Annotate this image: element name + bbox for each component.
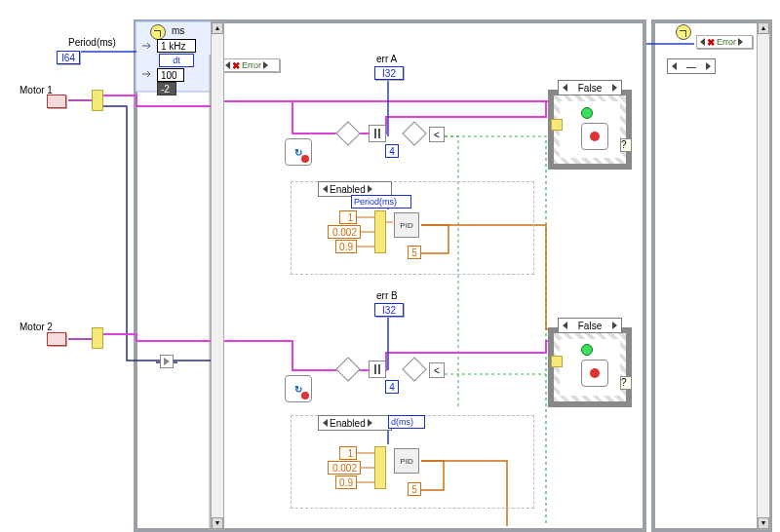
- right-scroll-down-icon[interactable]: ▾: [758, 517, 769, 529]
- prev-case-icon[interactable]: [225, 61, 230, 69]
- period-label: Period(ms): [68, 37, 116, 48]
- pause-node-b[interactable]: [369, 361, 386, 378]
- case-b-prev-icon[interactable]: [563, 322, 567, 329]
- motor1-control[interactable]: [47, 95, 66, 108]
- pid-bundle-b[interactable]: [374, 446, 386, 489]
- case-a-tunnel: [551, 119, 563, 131]
- right-prev-case-icon[interactable]: [700, 38, 705, 46]
- case-a-next-icon[interactable]: [612, 84, 617, 92]
- case-a-prev-icon[interactable]: [563, 84, 567, 92]
- motor2-unbundle[interactable]: [92, 327, 103, 349]
- pid-kd-b[interactable]: 0.9: [335, 475, 357, 489]
- loop-units: ms: [172, 25, 184, 36]
- error-case-selector[interactable]: ✖ Error: [221, 58, 280, 72]
- feedback-node-left: [160, 355, 174, 368]
- case-b-stop-node[interactable]: [581, 360, 608, 387]
- right-scroll-up-icon[interactable]: ▴: [758, 22, 769, 34]
- compare-node-a[interactable]: [406, 125, 423, 142]
- loop-clock-icon: [150, 24, 166, 40]
- scroll-up-icon[interactable]: ▴: [212, 22, 223, 34]
- loop-header-arrow-icon-2: [140, 68, 152, 80]
- left-scrollbar[interactable]: ▴ ▾: [211, 21, 224, 530]
- pid-kp-b[interactable]: 1: [339, 446, 357, 460]
- err-b-label: err B: [376, 290, 398, 301]
- case-b-next-icon[interactable]: [612, 322, 617, 329]
- err-a-terminal[interactable]: I32: [374, 66, 404, 80]
- loop-neg[interactable]: -2: [157, 82, 176, 95]
- error-case-label: Error: [242, 60, 261, 70]
- motor2-control[interactable]: [47, 332, 66, 346]
- enabled-a-next-icon[interactable]: [368, 185, 372, 193]
- case-b-help-icon[interactable]: ?: [620, 376, 632, 390]
- pause-node-a[interactable]: [369, 125, 386, 142]
- err-a-label: err A: [376, 54, 397, 64]
- right-error-x-icon: ✖: [707, 37, 715, 48]
- case-b-tunnel: [551, 356, 563, 367]
- right-error-label: Error: [717, 37, 736, 47]
- loop-dt-label: dt: [159, 54, 194, 67]
- err-b-terminal[interactable]: I32: [374, 303, 404, 317]
- right-scrollbar[interactable]: ▴ ▾: [757, 21, 770, 530]
- case-b-selector[interactable]: False: [558, 318, 622, 333]
- period-dtype-terminal[interactable]: I64: [57, 51, 80, 64]
- svg-rect-1: [653, 21, 770, 530]
- case-b-value: False: [569, 321, 610, 331]
- period-ref-a[interactable]: Period(ms): [351, 195, 411, 209]
- enabled-b-label: Enabled: [330, 418, 366, 429]
- right-clock-icon: [676, 24, 691, 40]
- compare-const-b[interactable]: 4: [385, 380, 399, 394]
- enabled-b-next-icon[interactable]: [368, 419, 372, 427]
- scroll-down-icon[interactable]: ▾: [212, 517, 223, 529]
- motor2-label: Motor 2: [20, 322, 53, 332]
- pid-node-b[interactable]: PID: [394, 448, 419, 474]
- compare-const-a[interactable]: 4: [385, 144, 399, 158]
- pid-node-a[interactable]: PID: [394, 212, 419, 238]
- loop-count[interactable]: 100: [157, 68, 184, 82]
- next-case-icon[interactable]: [263, 61, 268, 69]
- case-a-stop-node[interactable]: [581, 123, 608, 150]
- pid-outlimit-b[interactable]: 5: [408, 482, 421, 496]
- lessthan-node-a[interactable]: <: [429, 127, 445, 142]
- subtract-node-a[interactable]: [339, 125, 357, 142]
- right-empty-selector[interactable]: —: [667, 58, 716, 74]
- loop-rate[interactable]: 1 kHz: [157, 39, 196, 53]
- pid-ki-b[interactable]: 0.002: [328, 461, 361, 475]
- pid-ki-a[interactable]: 0.002: [328, 225, 361, 239]
- case-a-led: [581, 107, 593, 119]
- period-ref-b[interactable]: d(ms): [388, 415, 425, 429]
- pid-outlimit-a[interactable]: 5: [408, 246, 421, 259]
- lessthan-node-b[interactable]: <: [429, 362, 445, 378]
- right-empty-prev-icon[interactable]: [672, 62, 677, 70]
- subtract-node-b[interactable]: [339, 361, 357, 378]
- right-error-selector[interactable]: ✖ Error: [696, 35, 753, 49]
- reinit-node-b[interactable]: ↻: [285, 375, 312, 402]
- reinit-node-a[interactable]: ↻: [285, 138, 312, 166]
- pid-kd-a[interactable]: 0.9: [335, 240, 357, 253]
- motor1-unbundle[interactable]: [92, 90, 103, 111]
- compare-node-b[interactable]: [406, 361, 423, 378]
- right-empty-next-icon[interactable]: [706, 62, 711, 70]
- case-a-help-icon[interactable]: ?: [620, 138, 632, 152]
- error-x-icon: ✖: [232, 60, 240, 71]
- pid-bundle-a[interactable]: [374, 210, 386, 253]
- enabled-a-prev-icon[interactable]: [323, 185, 328, 193]
- enabled-selector-b[interactable]: Enabled: [318, 415, 392, 431]
- case-b-led: [581, 344, 593, 356]
- loop-header-arrow-icon: [140, 40, 152, 52]
- enabled-a-label: Enabled: [330, 184, 366, 195]
- case-a-selector[interactable]: False: [558, 80, 622, 95]
- right-next-case-icon[interactable]: [738, 38, 743, 46]
- enabled-b-prev-icon[interactable]: [323, 419, 328, 427]
- case-a-value: False: [569, 83, 610, 94]
- pid-kp-a[interactable]: 1: [339, 210, 357, 224]
